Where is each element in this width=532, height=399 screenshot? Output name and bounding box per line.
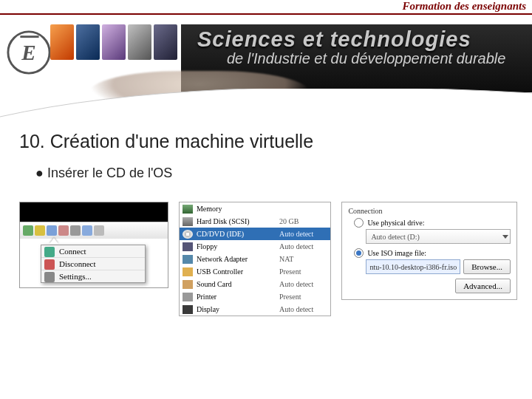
hw-name: Memory <box>197 205 279 213</box>
combo-value: Auto detect (D:) <box>371 233 420 241</box>
iso-path-value: ntu-10.10-desktop-i386-fr.iso <box>369 263 457 271</box>
cd-icon <box>183 230 193 239</box>
status-icon-4[interactable] <box>58 225 69 236</box>
radio-label: Use ISO image file: <box>367 249 426 257</box>
printer-icon <box>183 293 193 301</box>
hw-name: Printer <box>197 293 279 301</box>
connection-group-label: Connection <box>348 207 511 215</box>
hw-state: Auto detect <box>279 242 313 250</box>
radio-iso-image[interactable]: Use ISO image file: <box>354 248 511 258</box>
menu-item-label: Settings... <box>59 272 92 281</box>
connect-icon <box>44 247 55 257</box>
hw-row-floppy[interactable]: FloppyAuto detect <box>180 240 330 253</box>
disconnect-icon <box>44 259 55 270</box>
slide-banner: Formation des enseignants E Sciences et … <box>0 0 532 115</box>
banner-swoop <box>0 89 532 118</box>
menu-item-connect[interactable]: Connect <box>41 245 145 257</box>
screenshot-context-menu: Connect Disconnect Settings... <box>19 202 168 288</box>
banner-thumbnails <box>50 24 177 60</box>
hw-name: Display <box>197 305 279 313</box>
hw-name: Floppy <box>197 242 279 250</box>
hw-row-printer[interactable]: PrinterPresent <box>180 290 330 303</box>
banner-subtitle: de l'Industrie et du développement durab… <box>227 50 532 67</box>
menu-item-label: Disconnect <box>59 259 95 268</box>
menu-pointer <box>50 238 58 244</box>
thumb-4 <box>128 24 151 60</box>
thumb-3 <box>102 24 126 60</box>
thumb-2 <box>76 24 100 60</box>
vm-status-toolbar <box>20 222 168 239</box>
status-icon-7[interactable] <box>94 225 104 236</box>
chevron-down-icon <box>502 235 508 239</box>
physical-drive-combo[interactable]: Auto detect (D:) <box>366 229 511 244</box>
hw-name: Hard Disk (SCSI) <box>197 217 279 225</box>
hw-state: 20 GB <box>279 217 299 225</box>
slide-heading: 10. Création d'une machine virtuelle <box>19 131 517 152</box>
vm-black-area <box>20 202 168 222</box>
screenshot-connection-panel: Connection Use physical drive: Auto dete… <box>341 202 517 300</box>
status-icon-2[interactable] <box>35 225 45 236</box>
hw-row-display[interactable]: DisplayAuto detect <box>180 303 330 316</box>
radio-label: Use physical drive: <box>367 219 424 227</box>
status-icon-3[interactable] <box>47 225 57 236</box>
status-icon-1[interactable] <box>23 225 33 236</box>
hw-state: Auto detect <box>279 305 313 313</box>
teacher-line: Formation des enseignants <box>402 0 526 13</box>
hw-state: Auto detect <box>279 280 313 288</box>
iso-path-field[interactable]: ntu-10.10-desktop-i386-fr.iso <box>366 259 460 274</box>
slide-bullet-1: Insérer le CD de l'OS <box>35 166 517 181</box>
hw-name: Sound Card <box>197 280 279 288</box>
thumb-5 <box>154 24 177 60</box>
hw-name: Network Adapter <box>197 255 279 263</box>
hw-row-sound[interactable]: Sound CardAuto detect <box>180 278 330 290</box>
browse-button[interactable]: Browse... <box>463 259 511 274</box>
banner-title: Sciences et technologies <box>197 27 532 52</box>
radio-icon <box>354 218 364 228</box>
network-icon <box>183 255 193 264</box>
memory-icon <box>183 205 193 214</box>
hw-row-network[interactable]: Network AdapterNAT <box>180 253 330 265</box>
sound-icon <box>183 280 193 289</box>
hw-row-usb[interactable]: USB ControllerPresent <box>180 265 330 278</box>
device-context-menu: Connect Disconnect Settings... <box>41 245 146 283</box>
hw-name: USB Controller <box>197 267 279 276</box>
menu-item-settings[interactable]: Settings... <box>41 270 145 282</box>
hw-state: Present <box>279 267 301 276</box>
thumb-1 <box>50 24 74 60</box>
display-icon <box>183 305 193 314</box>
hw-state: Auto detect <box>279 230 313 238</box>
gear-icon <box>44 272 55 282</box>
radio-icon <box>354 248 364 258</box>
banner-rule <box>0 13 532 15</box>
radio-physical-drive[interactable]: Use physical drive: <box>354 218 511 228</box>
svg-text:E: E <box>21 41 35 64</box>
hw-row-cddvd[interactable]: CD/DVD (IDE)Auto detect <box>180 228 330 240</box>
hw-name: CD/DVD (IDE) <box>197 230 279 238</box>
hw-state: NAT <box>279 255 293 263</box>
advanced-button[interactable]: Advanced... <box>455 279 511 293</box>
status-icon-6[interactable] <box>82 225 92 236</box>
hw-state: Present <box>279 293 301 301</box>
status-icon-5[interactable] <box>70 225 81 236</box>
hw-row-harddisk[interactable]: Hard Disk (SCSI)20 GB <box>180 215 330 228</box>
hw-row-memory[interactable]: Memory <box>180 202 330 215</box>
harddisk-icon <box>183 217 193 226</box>
screenshot-hardware-list: Memory Hard Disk (SCSI)20 GB CD/DVD (IDE… <box>179 202 331 316</box>
usb-icon <box>183 267 193 276</box>
menu-item-disconnect[interactable]: Disconnect <box>41 257 145 270</box>
menu-item-label: Connect <box>59 247 86 256</box>
floppy-icon <box>183 242 193 251</box>
education-logo: E <box>6 30 52 75</box>
